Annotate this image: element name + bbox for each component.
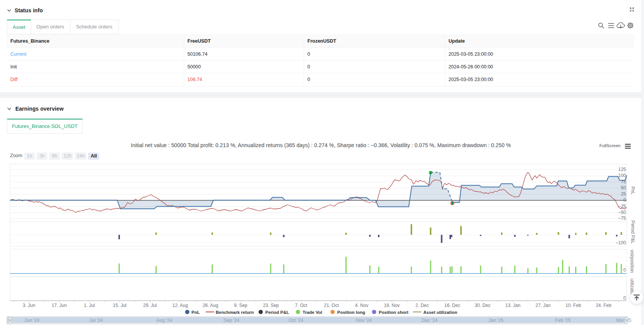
svg-text:100: 100 [618,173,626,178]
svg-text:17. Jun: 17. Jun [52,303,67,308]
svg-text:10. Feb: 10. Feb [566,303,581,308]
svg-text:Sep '24: Sep '24 [224,318,240,323]
svg-text:3. Jun: 3. Jun [23,303,35,308]
svg-text:29. Jul: 29. Jul [143,303,156,308]
svg-text:Asset utilization: Asset utilization [423,310,457,315]
svg-text:18. Nov: 18. Nov [384,303,400,308]
svg-text:Mar '25: Mar '25 [616,318,632,323]
svg-text:Benchmark return: Benchmark return [216,310,254,315]
svg-text:vol/position: vol/position [629,250,635,273]
svg-text:13. Jan: 13. Jan [505,303,520,308]
svg-text:Oct '24: Oct '24 [289,318,303,323]
svg-text:Position long: Position long [337,310,365,315]
svg-text:−50: −50 [618,210,626,215]
svg-text:23. Sep: 23. Sep [263,303,279,308]
svg-text:2. Dec: 2. Dec [416,303,429,308]
svg-text:−25: −25 [618,204,626,209]
svg-text:125: 125 [618,167,626,172]
svg-text:Period P&L: Period P&L [265,310,289,315]
svg-text:−75: −75 [618,216,626,221]
svg-text:−100: −100 [616,240,626,245]
svg-text:0: 0 [623,267,626,273]
svg-text:75: 75 [621,179,626,184]
svg-text:Jul '24: Jul '24 [90,318,103,323]
svg-text:4. Nov: 4. Nov [355,303,368,308]
svg-text:Feb '25: Feb '25 [556,318,571,323]
svg-text:24. Feb: 24. Feb [596,303,611,308]
svg-text:Jan '25: Jan '25 [489,318,504,323]
svg-text:PnL: PnL [191,310,200,315]
svg-text:21. Oct: 21. Oct [324,303,339,308]
svg-text:12. Aug: 12. Aug [172,303,188,308]
svg-text:27. Jan: 27. Jan [536,303,551,308]
svg-text:25: 25 [621,191,626,197]
svg-text:0: 0 [623,197,626,203]
svg-text:26. Aug: 26. Aug [203,303,218,308]
svg-text:Dec '24: Dec '24 [422,318,438,323]
svg-text:PnL: PnL [630,186,636,195]
svg-text:Jun '24: Jun '24 [25,318,40,323]
svg-text:Position short: Position short [379,310,408,315]
svg-text:15. Jul: 15. Jul [113,303,126,308]
svg-text:9. Sep: 9. Sep [234,303,248,308]
svg-text:0: 0 [623,295,626,301]
svg-text:Trade Vol: Trade Vol [303,310,322,315]
svg-text:Nov '24: Nov '24 [356,318,372,323]
svg-text:30. Dec: 30. Dec [475,303,491,308]
svg-text:1. Jul: 1. Jul [84,303,95,308]
svg-text:7. Oct: 7. Oct [295,303,308,308]
svg-text:50: 50 [621,185,626,191]
svg-text:16. Dec: 16. Dec [444,303,460,308]
svg-text:Aug '24: Aug '24 [157,318,173,323]
svg-text:Period P&L: Period P&L [630,221,636,244]
